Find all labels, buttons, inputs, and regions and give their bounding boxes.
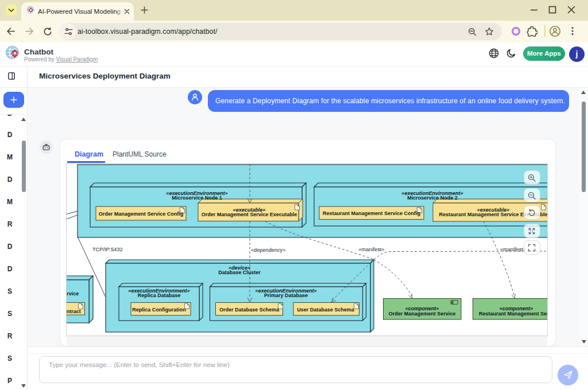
- svg-text:Replica Database: Replica Database: [138, 292, 181, 298]
- svg-text:Order Management Service Confi: Order Management Service Config: [99, 211, 184, 217]
- svg-text:Database Cluster: Database Cluster: [218, 270, 261, 275]
- svg-text:ntract: ntract: [67, 309, 81, 314]
- svg-text:Primary Database: Primary Database: [264, 292, 308, 298]
- svg-text:«dependency»: «dependency»: [251, 247, 285, 253]
- svg-text:rvice: rvice: [67, 291, 79, 297]
- svg-text:Restaurant Management Service: Restaurant Management Service Config: [323, 210, 420, 216]
- svg-text:Order Management Service: Order Management Service: [389, 311, 456, 317]
- svg-text:Microservice Node 2: Microservice Node 2: [407, 195, 458, 201]
- svg-text:User Database Schema: User Database Schema: [297, 307, 355, 313]
- svg-text:TCP/IP:5432: TCP/IP:5432: [92, 247, 123, 252]
- svg-text:Order Management Service Execu: Order Management Service Executable: [202, 212, 297, 217]
- svg-text:Restaurant Management Service: Restaurant Management Service: [479, 311, 547, 317]
- svg-text:«manifest»: «manifest»: [500, 247, 526, 252]
- svg-text:Replica Configuration: Replica Configuration: [132, 307, 186, 313]
- svg-text:«manifest»: «manifest»: [359, 247, 385, 252]
- svg-text:Microservice Node 1: Microservice Node 1: [172, 195, 222, 201]
- svg-text:Order Database Schema: Order Database Schema: [219, 307, 280, 313]
